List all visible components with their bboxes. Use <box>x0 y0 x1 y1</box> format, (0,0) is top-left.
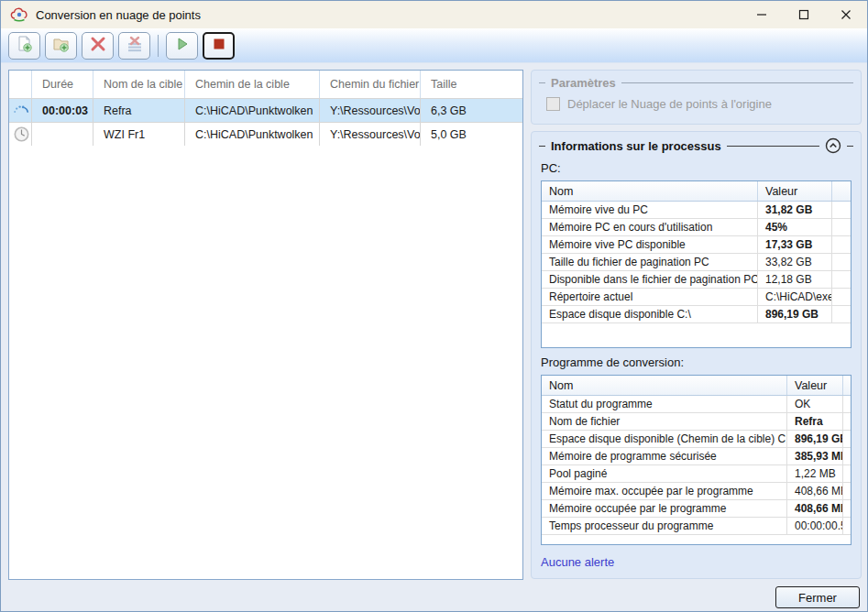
spinner-icon <box>9 99 32 122</box>
toolbar <box>1 28 867 63</box>
parametres-header: Paramètres <box>532 71 861 90</box>
info-value-cell: 408,66 MB <box>787 500 843 517</box>
fermer-button[interactable]: Fermer <box>775 586 860 608</box>
process-info-header: Informations sur le processus <box>532 132 861 154</box>
jobs-table-body: 00:00:03RefraC:\HiCAD\PunktwolkenY:\Ress… <box>9 98 522 146</box>
info-empty-cell <box>843 518 851 534</box>
program-section-label: Programme de conversion: <box>532 348 861 375</box>
jobs-column-header[interactable]: Nom de la cible <box>93 71 185 98</box>
info-row: Mémoire de programme sécurisée385,93 MB <box>542 448 851 465</box>
jobs-column-header[interactable]: Chemin de la cible <box>185 71 320 98</box>
start-button[interactable] <box>166 32 198 60</box>
close-button[interactable] <box>825 1 867 28</box>
stop-button[interactable] <box>203 32 235 60</box>
table-row[interactable]: WZI Fr1C:\HiCAD\PunktwolkenY:\Ressources… <box>9 122 522 146</box>
collapse-chevron-up-icon[interactable] <box>825 137 841 154</box>
parametres-groupbox: Paramètres Déplacer le Nuage de points à… <box>531 70 862 125</box>
info-row: Pool paginé1,22 MB <box>542 465 851 483</box>
size-cell: 6,3 GB <box>421 99 522 122</box>
no-alert-link[interactable]: Aucune alerte <box>541 555 614 569</box>
info-empty-cell <box>843 431 851 447</box>
info-value-cell: 896,19 GB <box>787 431 843 447</box>
info-value-cell: 408,66 MB <box>787 483 843 499</box>
info-row: Disponible dans le fichier de pagination… <box>542 271 851 289</box>
stop-icon <box>212 37 226 55</box>
info-name-cell: Temps processeur du programme <box>542 518 787 534</box>
info-row: Statut du programmeOK <box>542 396 851 413</box>
info-value-cell: 1,22 MB <box>787 465 843 482</box>
info-column-header: Nom <box>542 181 758 201</box>
info-empty-cell <box>843 465 851 482</box>
info-name-cell: Répertoire actuel <box>542 289 758 305</box>
add-folder-button[interactable] <box>45 32 77 60</box>
info-row: Mémoire vive PC disponible17,33 GB <box>542 236 851 254</box>
group-dash <box>847 146 853 147</box>
clear-list-button[interactable] <box>118 32 150 60</box>
window-title: Conversion en nuage de points <box>36 8 201 22</box>
duration-cell <box>32 123 93 146</box>
info-empty-cell <box>843 483 851 499</box>
info-column-header: Nom <box>542 376 787 395</box>
dialog-window: Conversion en nuage de points <box>0 0 868 612</box>
jobs-column-header[interactable]: Durée <box>32 71 93 98</box>
process-info-groupbox: Informations sur le processus PC: NomVal… <box>531 131 862 579</box>
app-cloud-icon <box>10 7 28 22</box>
program-info-table: NomValeur Statut du programmeOKNom de fi… <box>541 375 852 545</box>
move-origin-option: Déplacer le Nuage de points à l'origine <box>532 90 861 111</box>
delete-icon <box>89 35 107 57</box>
info-row: Taille du fichier de pagination PC33,82 … <box>542 254 851 271</box>
pc-info-table: NomValeur Mémoire vive du PC31,82 GBMémo… <box>541 180 852 348</box>
info-name-cell: Statut du programme <box>542 396 787 412</box>
info-column-header: Valeur <box>758 181 832 201</box>
prog-table-body: Statut du programmeOKNom de fichierRefra… <box>542 396 851 535</box>
pc-section-label: PC: <box>532 154 861 180</box>
pc-table-header: NomValeur <box>542 181 851 202</box>
info-row: Espace disque disponible (Chemin de la c… <box>542 431 851 448</box>
minimize-button[interactable] <box>741 1 783 28</box>
table-row[interactable]: 00:00:03RefraC:\HiCAD\PunktwolkenY:\Ress… <box>9 98 522 122</box>
info-row: Mémoire PC en cours d'utilisation45% <box>542 219 851 236</box>
info-name-cell: Mémoire vive PC disponible <box>542 236 758 253</box>
info-name-cell: Espace disque disponible C:\ <box>542 306 758 322</box>
info-value-cell: 45% <box>758 219 832 235</box>
info-empty-cell <box>832 236 851 253</box>
jobs-column-header[interactable]: Taille <box>421 71 522 98</box>
info-row: Mémoire vive du PC31,82 GB <box>542 202 851 219</box>
info-column-header: Valeur <box>787 376 843 395</box>
title-bar: Conversion en nuage de points <box>1 1 867 28</box>
info-name-cell: Pool paginé <box>542 465 787 482</box>
clear-list-icon <box>126 35 144 57</box>
info-empty-cell <box>832 271 851 288</box>
info-value-cell: 12,18 GB <box>758 271 832 288</box>
prog-table-header: NomValeur <box>542 376 851 396</box>
move-origin-checkbox[interactable] <box>546 97 560 111</box>
info-row: Nom de fichierRefra <box>542 413 851 431</box>
info-name-cell: Disponible dans le fichier de pagination… <box>542 271 758 288</box>
move-origin-label: Déplacer le Nuage de points à l'origine <box>567 97 772 111</box>
target-path-cell: C:\HiCAD\Punktwolken <box>185 123 320 146</box>
group-dash <box>539 82 545 83</box>
info-value-cell: C:\HiCAD\exe <box>758 289 832 305</box>
info-empty-cell <box>843 413 851 430</box>
file-path-cell: Y:\Ressources\Vo... <box>320 99 421 122</box>
info-value-cell: OK <box>787 396 843 412</box>
size-cell: 5,0 GB <box>421 123 522 146</box>
process-info-title: Informations sur le processus <box>551 139 721 153</box>
info-row: Répertoire actuelC:\HiCAD\exe <box>542 289 851 306</box>
info-value-cell: 00:00:00.500 <box>787 518 843 534</box>
info-value-cell: 17,33 GB <box>758 236 832 253</box>
info-value-cell: Refra <box>787 413 843 430</box>
info-empty-cell <box>832 202 851 218</box>
info-empty-cell <box>832 254 851 270</box>
add-file-button[interactable] <box>8 32 40 60</box>
info-empty-cell <box>832 289 851 305</box>
jobs-column-header[interactable]: Chemin du fichier <box>320 71 421 98</box>
maximize-button[interactable] <box>783 1 825 28</box>
info-empty-cell <box>832 219 851 235</box>
target-name-cell: WZI Fr1 <box>93 123 185 146</box>
delete-button[interactable] <box>82 32 114 60</box>
info-value-cell: 33,82 GB <box>758 254 832 270</box>
info-name-cell: Espace disque disponible (Chemin de la c… <box>542 431 787 447</box>
jobs-column-header[interactable] <box>9 71 32 98</box>
toolbar-separator <box>158 35 159 57</box>
